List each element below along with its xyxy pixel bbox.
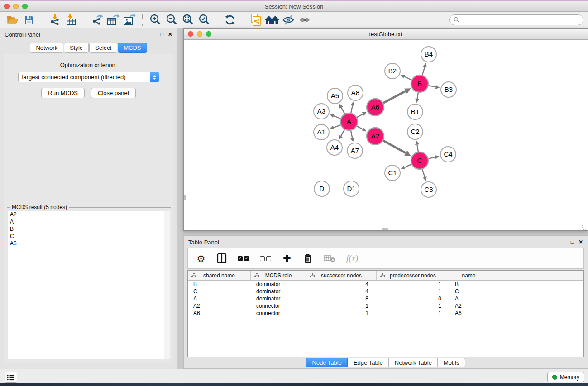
- table-cell: dominator: [251, 288, 306, 295]
- zoom-selected-icon[interactable]: [196, 13, 212, 27]
- first-neighbors-icon[interactable]: [264, 13, 280, 27]
- tab-edge-table[interactable]: Edge Table: [348, 358, 389, 367]
- export-network-icon[interactable]: [89, 13, 105, 27]
- column-header-label: predecessor nodes: [390, 272, 436, 279]
- graph-edge-C-C3[interactable]: [422, 169, 425, 177]
- toolbar-separator: [217, 14, 217, 26]
- float-panel-icon[interactable]: □: [571, 239, 574, 245]
- tab-network[interactable]: Network: [30, 43, 63, 53]
- network-view-window: testGlobe.txt B4B2BB3A8A5A6A3B1AA1C2A2A4…: [183, 28, 588, 231]
- mcds-result-item[interactable]: A: [8, 218, 170, 225]
- column-header-label: shared name: [203, 272, 235, 279]
- graph-edge-A2-C[interactable]: [383, 141, 406, 153]
- optimization-criterion-dropdown[interactable]: largest connected component (directed): [18, 72, 159, 82]
- refresh-icon[interactable]: [222, 13, 238, 27]
- task-history-button[interactable]: [5, 372, 17, 383]
- table-settings-gear-icon[interactable]: ⚙: [196, 254, 206, 263]
- canvas-vertical-scrollbar[interactable]: [184, 195, 186, 200]
- float-panel-icon[interactable]: □: [160, 32, 163, 37]
- unselect-all-columns-icon[interactable]: [260, 256, 271, 261]
- graph-edge-A-A6[interactable]: [357, 114, 363, 117]
- graph-edge-B-B2[interactable]: [404, 76, 411, 80]
- result-scrollbar[interactable]: [164, 211, 170, 359]
- search-field[interactable]: [449, 14, 583, 25]
- table-cell: 4: [306, 288, 377, 295]
- tab-mcds[interactable]: MCDS: [118, 43, 147, 53]
- close-panel-icon[interactable]: ✕: [578, 239, 583, 245]
- table-row[interactable]: Cdominator41C: [188, 288, 583, 295]
- graph-edge-B-B3[interactable]: [429, 86, 436, 87]
- network-canvas[interactable]: B4B2BB3A8A5A6A3B1AA1C2A2A4A7C4CC1C3DD1: [184, 40, 588, 230]
- search-input[interactable]: [462, 17, 579, 23]
- graph-edge-C-C4[interactable]: [429, 157, 435, 158]
- table-cell: A6: [449, 310, 488, 316]
- tab-node-table[interactable]: Node Table: [306, 358, 348, 367]
- hide-selected-icon[interactable]: [280, 13, 296, 27]
- delete-column-trash-icon[interactable]: [303, 253, 313, 264]
- table-row[interactable]: Bdominator41B: [188, 281, 583, 288]
- save-session-icon[interactable]: [21, 13, 37, 27]
- select-all-columns-icon[interactable]: ✓✓: [238, 256, 249, 261]
- memory-button[interactable]: Memory: [547, 372, 584, 382]
- show-all-icon[interactable]: [296, 13, 313, 27]
- table-cell: A: [449, 295, 488, 302]
- tab-network-table[interactable]: Network Table: [389, 358, 438, 367]
- graph-edge-A-A1[interactable]: [334, 125, 340, 128]
- delete-table-icon[interactable]: [324, 254, 335, 263]
- column-header-MCDS-role[interactable]: MCDS role: [251, 271, 306, 280]
- new-network-from-selection-icon[interactable]: [248, 13, 264, 27]
- column-header-predecessor-nodes[interactable]: predecessor nodes: [377, 271, 449, 280]
- column-header-shared-name[interactable]: shared name: [188, 271, 251, 280]
- tab-style[interactable]: Style: [64, 43, 89, 53]
- export-table-icon[interactable]: [105, 13, 121, 27]
- close-panel-button[interactable]: Close panel: [91, 88, 136, 98]
- statusbar: Memory: [0, 369, 588, 383]
- mcds-result-item[interactable]: A6: [8, 240, 170, 247]
- tab-select[interactable]: Select: [89, 43, 117, 53]
- table-cell: 1: [377, 288, 449, 295]
- table-row[interactable]: A2connector11A2: [188, 302, 583, 310]
- column-header-successor-nodes[interactable]: successor nodes: [306, 271, 377, 280]
- graph-node-label: C3: [424, 186, 433, 193]
- tab-motifs[interactable]: Motifs: [438, 358, 465, 367]
- zoom-in-icon[interactable]: [147, 13, 163, 27]
- graph-edge-A-A3[interactable]: [334, 116, 340, 119]
- mcds-result-list[interactable]: A2ABCA6: [8, 211, 170, 359]
- run-mcds-button[interactable]: Run MCDS: [41, 88, 85, 98]
- column-header-name[interactable]: name: [449, 271, 488, 280]
- graph-edge-A-A7[interactable]: [351, 131, 352, 138]
- graph-node-label: A2: [371, 132, 379, 140]
- create-column-icon[interactable]: ✚: [282, 254, 292, 263]
- mcds-result-item[interactable]: A2: [8, 211, 170, 218]
- mcds-result-item[interactable]: B: [8, 225, 170, 233]
- zoom-fit-icon[interactable]: [180, 13, 196, 27]
- window-title: Session: New Session: [0, 3, 588, 10]
- network-graph[interactable]: B4B2BB3A8A5A6A3B1AA1C2A2A4A7C4CC1C3DD1: [184, 40, 588, 230]
- close-panel-icon[interactable]: ✕: [168, 32, 172, 37]
- table-header-row: shared nameMCDS rolesuccessor nodesprede…: [188, 271, 583, 281]
- graph-edge-C-C2[interactable]: [417, 145, 418, 152]
- function-builder-icon[interactable]: f(x): [346, 253, 358, 263]
- window-resize-grip[interactable]: [582, 224, 587, 230]
- graph-edge-A-A8[interactable]: [351, 105, 353, 113]
- graph-edge-C-C1[interactable]: [404, 164, 411, 167]
- network-window-titlebar[interactable]: testGlobe.txt: [184, 29, 588, 40]
- graph-edge-A6-B[interactable]: [383, 91, 406, 103]
- graph-edge-A-A2[interactable]: [357, 126, 363, 129]
- open-session-icon[interactable]: [5, 13, 21, 27]
- graph-edge-B-B4[interactable]: [422, 67, 425, 75]
- graph-edge-A-A5[interactable]: [341, 107, 345, 114]
- mcds-result-item[interactable]: C: [8, 233, 170, 240]
- zoom-out-icon[interactable]: [163, 13, 180, 27]
- table-row[interactable]: A6connector11A6: [188, 310, 583, 317]
- table-cell: connector: [251, 303, 306, 309]
- canvas-horizontal-scrollbar[interactable]: [382, 228, 388, 230]
- import-network-icon[interactable]: [47, 13, 63, 27]
- table-row[interactable]: Adominator80A: [188, 295, 583, 302]
- graph-edge-A-A4[interactable]: [341, 129, 344, 136]
- table-cell: A2: [188, 303, 251, 309]
- export-image-icon[interactable]: [121, 13, 138, 27]
- show-columns-icon[interactable]: [217, 253, 227, 264]
- graph-edge-B-B1[interactable]: [417, 93, 418, 99]
- import-table-icon[interactable]: [63, 13, 79, 27]
